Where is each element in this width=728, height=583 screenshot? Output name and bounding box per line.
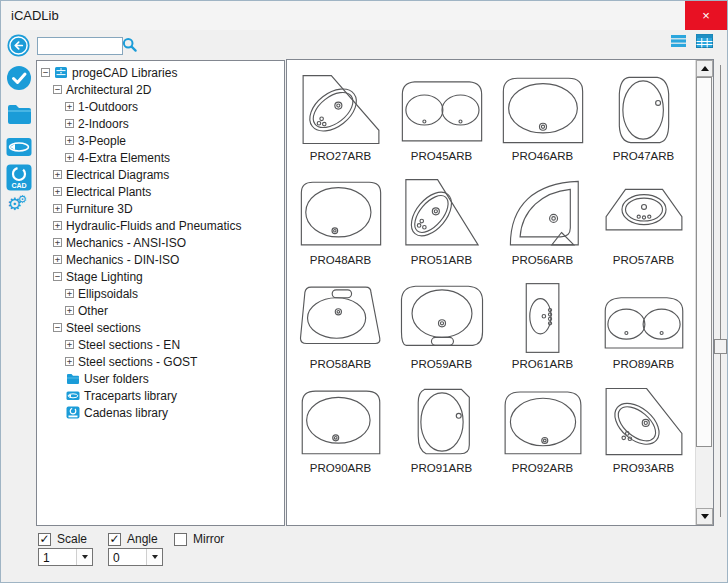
expand-icon[interactable]: + (65, 306, 74, 315)
slider-track (720, 65, 721, 517)
thumbnail-cell[interactable]: PRO27ARB (290, 62, 391, 166)
tree-item[interactable]: −Architectural 2D (37, 81, 284, 98)
slider-handle[interactable] (714, 339, 727, 354)
thumbnail-label: PRO92ARB (512, 462, 573, 474)
thumbnail-label: PRO47ARB (613, 150, 674, 162)
thumbnail-cell[interactable]: PRO61ARB (492, 270, 593, 374)
traceparts-button[interactable] (6, 137, 32, 161)
scroll-up-button[interactable] (696, 60, 713, 77)
tree-item[interactable]: +4-Extra Elements (37, 149, 284, 166)
thumbnail-cell[interactable]: PRO45ARB (391, 62, 492, 166)
settings-button[interactable]: ⚙⚙ (7, 194, 32, 214)
tree-item-label: Furniture 3D (66, 202, 133, 216)
expand-icon[interactable]: + (65, 119, 74, 128)
scale-checkbox[interactable]: ✓ (38, 533, 51, 546)
collapse-icon[interactable]: − (41, 68, 50, 77)
scale-value: 1 (43, 551, 50, 565)
tree-item-label: 3-People (78, 134, 126, 148)
thumbnail-cell[interactable]: PRO59ARB (391, 270, 492, 374)
scrollbar-thumb[interactable] (696, 77, 712, 447)
folder-button[interactable] (6, 101, 33, 129)
expand-icon[interactable]: + (53, 255, 62, 264)
expand-icon[interactable]: + (65, 136, 74, 145)
expand-icon[interactable]: + (65, 289, 74, 298)
expand-icon[interactable]: + (65, 153, 74, 162)
search-icon[interactable] (122, 37, 137, 52)
thumbnail-cell[interactable]: PRO91ARB (391, 374, 492, 478)
tree-item[interactable]: +Furniture 3D (37, 200, 284, 217)
thumbnail-cell[interactable]: PRO51ARB (391, 166, 492, 270)
angle-dropdown-button[interactable] (146, 549, 162, 565)
tree-item[interactable]: +Mechanics - DIN-ISO (37, 251, 284, 268)
thumbnail-label: PRO89ARB (613, 358, 674, 370)
thumbnail-cell[interactable]: PRO90ARB (290, 374, 391, 478)
tree-item-label: Other (78, 304, 108, 318)
tree-item[interactable]: Traceparts library (37, 387, 284, 404)
collapse-icon[interactable]: − (53, 85, 62, 94)
block-drawing (497, 385, 589, 459)
tree-item[interactable]: +Electrical Plants (37, 183, 284, 200)
tree-item[interactable]: +Ellipsoidals (37, 285, 284, 302)
thumbnail-scrollbar[interactable] (695, 60, 713, 525)
expand-icon[interactable]: + (53, 187, 62, 196)
collapse-icon[interactable]: − (53, 272, 62, 281)
thumbnail-cell[interactable]: PRO47ARB (593, 62, 694, 166)
thumbnail-cell[interactable]: PRO89ARB (593, 270, 694, 374)
collapse-icon[interactable]: − (53, 323, 62, 332)
angle-combobox[interactable]: 0 (108, 548, 163, 566)
expand-icon[interactable]: + (65, 357, 74, 366)
thumbnail-cell[interactable]: PRO93ARB (593, 374, 694, 478)
scroll-down-button[interactable] (696, 508, 713, 525)
thumbnail-view-icon[interactable] (696, 34, 713, 48)
svg-text:CAD: CAD (11, 182, 26, 189)
tree-item[interactable]: +Steel sections - EN (37, 336, 284, 353)
block-drawing (598, 177, 690, 251)
tree-item[interactable]: +Other (37, 302, 284, 319)
tree-item[interactable]: +Mechanics - ANSI-ISO (37, 234, 284, 251)
tree-item[interactable]: +3-People (37, 132, 284, 149)
traceparts-icon (6, 143, 32, 160)
tree-item[interactable]: −progeCAD Libraries (37, 64, 284, 81)
search-input[interactable] (37, 37, 123, 55)
angle-checkbox[interactable]: ✓ (108, 533, 121, 546)
cadenas-cad-icon: CAD (6, 177, 32, 194)
list-view-icon[interactable] (670, 34, 687, 48)
check-insert-button[interactable] (6, 65, 32, 95)
tree-item-label: Mechanics - DIN-ISO (66, 253, 179, 267)
tree-item[interactable]: +1-Outdoors (37, 98, 284, 115)
mirror-checkbox[interactable] (174, 533, 187, 546)
icadlib-window: iCADLib × (0, 0, 728, 583)
expand-icon[interactable]: + (53, 221, 62, 230)
cadenas-button[interactable]: CAD (6, 164, 32, 195)
thumbnail-size-slider[interactable] (713, 65, 728, 517)
thumbnail-label: PRO46ARB (512, 150, 573, 162)
thumbnail-cell[interactable]: PRO56ARB (492, 166, 593, 270)
expand-icon[interactable]: + (53, 170, 62, 179)
back-button[interactable] (7, 34, 30, 57)
thumbnail-cell[interactable]: PRO92ARB (492, 374, 593, 478)
thumbnail-cell[interactable]: PRO46ARB (492, 62, 593, 166)
tree-item[interactable]: −Steel sections (37, 319, 284, 336)
expand-icon[interactable]: + (65, 340, 74, 349)
tree-item[interactable]: User folders (37, 370, 284, 387)
expand-icon[interactable]: + (53, 204, 62, 213)
tree-item[interactable]: +2-Indoors (37, 115, 284, 132)
expand-icon[interactable]: + (65, 102, 74, 111)
close-button[interactable]: × (685, 1, 727, 30)
scale-combobox[interactable]: 1 (38, 548, 93, 566)
expand-icon[interactable]: + (53, 238, 62, 247)
tree-item[interactable]: Cadenas library (37, 404, 284, 421)
tree-item[interactable]: +Electrical Diagrams (37, 166, 284, 183)
settings-gears-icon: ⚙⚙ (7, 194, 32, 214)
back-icon (7, 43, 30, 60)
thumbnail-cell[interactable]: PRO58ARB (290, 270, 391, 374)
scale-dropdown-button[interactable] (76, 549, 92, 565)
tree-item[interactable]: +Steel sections - GOST (37, 353, 284, 370)
thumbnail-grid: PRO27ARBPRO45ARBPRO46ARBPRO47ARBPRO48ARB… (290, 62, 694, 523)
thumbnail-cell[interactable]: PRO57ARB (593, 166, 694, 270)
tree-item[interactable]: −Stage Lighting (37, 268, 284, 285)
tree-item[interactable]: +Hydraulic-Fluids and Pneumatics (37, 217, 284, 234)
thumbnail-cell[interactable]: PRO48ARB (290, 166, 391, 270)
thumbnail-label: PRO58ARB (310, 358, 371, 370)
scale-label: Scale (57, 532, 87, 546)
